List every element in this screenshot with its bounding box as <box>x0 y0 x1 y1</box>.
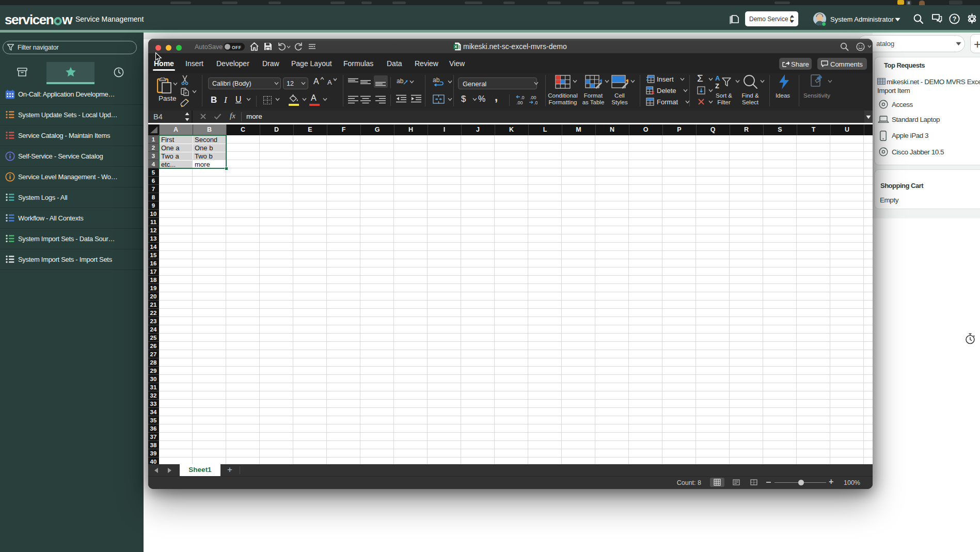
svg-text:A: A <box>715 74 720 82</box>
svg-text:Z: Z <box>715 82 719 89</box>
svg-text:.00: .00 <box>516 100 523 105</box>
svg-text:.00: .00 <box>530 95 536 100</box>
svg-text:.0: .0 <box>520 95 525 100</box>
svg-text:X: X <box>454 44 457 49</box>
svg-text:.0: .0 <box>534 100 538 105</box>
svg-text:?: ? <box>953 15 957 23</box>
svg-text:ab: ab <box>433 76 440 84</box>
svg-text:ab: ab <box>397 77 404 85</box>
